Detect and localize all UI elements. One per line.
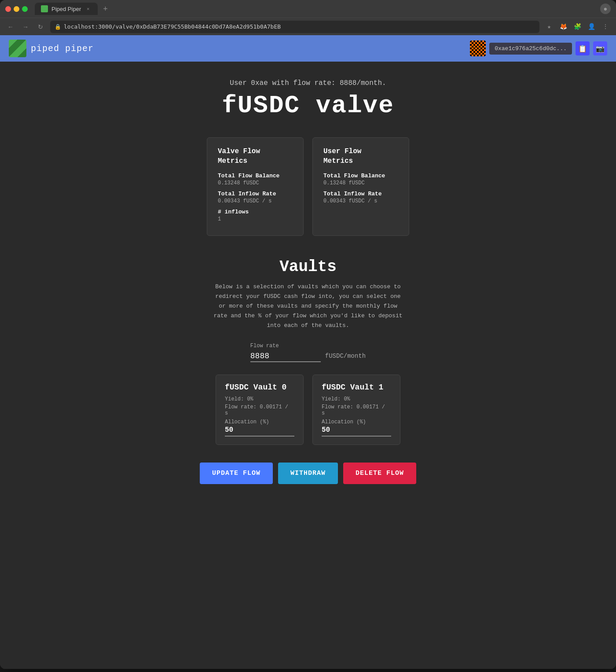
flow-rate-group: Flow rate fUSDC/month	[250, 343, 366, 362]
puzzle-icon[interactable]: 🧩	[572, 22, 583, 32]
vault-0-flow-rate: Flow rate: 0.00171 / s	[225, 404, 294, 416]
url-text: localhost:3000/valve/0xDdaB73E79C55Bb048…	[64, 23, 281, 30]
flow-rate-input-group: Flow rate	[250, 343, 321, 362]
toolbar-icons: ★ 🦊 🧩 👤 ⋮	[544, 22, 611, 32]
valve-total-flow-balance-value: 0.13248 fUSDC	[218, 180, 293, 186]
action-buttons: UPDATE FLOW WITHDRAW DELETE FLOW	[200, 463, 416, 484]
forward-button[interactable]: →	[20, 22, 31, 32]
valve-total-flow-balance-label: Total Flow Balance	[218, 173, 293, 179]
logo-icon	[9, 40, 26, 57]
valve-num-inflows-value: 1	[218, 216, 293, 222]
refresh-button[interactable]: ↻	[35, 22, 46, 32]
vault-1-yield: Yield: 0%	[322, 396, 391, 402]
user-total-inflow-rate-label: Total Inflow Rate	[323, 191, 398, 197]
vault-1-title: fUSDC Vault 1	[322, 383, 391, 392]
user-total-flow-balance-value: 0.13248 fUSDC	[323, 180, 398, 186]
profile-icon[interactable]: 👤	[586, 22, 597, 32]
new-tab-button[interactable]: +	[103, 4, 108, 14]
browser-tab[interactable]: Piped Piper ×	[35, 3, 98, 15]
app-logo: piped piper	[9, 40, 94, 57]
browser-titlebar: Piped Piper × + ⊗	[0, 0, 616, 18]
app-header: piped piper 0xae1c976a25c6d0dc... 📋 📷	[0, 35, 616, 62]
traffic-lights	[5, 6, 28, 12]
vault-0-yield: Yield: 0%	[225, 396, 294, 402]
browser-toolbar: ← → ↻ 🔒 localhost:3000/valve/0xDdaB73E79…	[0, 18, 616, 35]
vault-0-alloc-label: Allocation (%)	[225, 419, 294, 425]
minimize-traffic-light[interactable]	[14, 6, 19, 12]
lock-icon: 🔒	[55, 24, 61, 30]
valve-num-inflows-label: # inflows	[218, 209, 293, 215]
tab-close-button[interactable]: ×	[84, 5, 92, 12]
user-total-flow-balance-label: Total Flow Balance	[323, 173, 398, 179]
vault-0-alloc-value: 50	[225, 426, 294, 434]
valve-metrics-title: Valve FlowMetrics	[218, 147, 293, 166]
user-total-inflow-rate-value: 0.00343 fUSDC / s	[323, 198, 398, 204]
main-content: User 0xae with flow rate: 8888/month. fU…	[0, 62, 616, 669]
address-bar[interactable]: 🔒 localhost:3000/valve/0xDdaB73E79C55Bb0…	[50, 21, 539, 33]
vault-card-1: fUSDC Vault 1 Yield: 0% Flow rate: 0.001…	[312, 375, 400, 445]
vaults-section-desc: Below is a selection of vaults which you…	[211, 282, 405, 330]
tab-label: Piped Piper	[51, 6, 81, 12]
page-title: fUSDC valve	[222, 92, 394, 120]
page-subtitle: User 0xae with flow rate: 8888/month.	[230, 79, 386, 87]
maximize-traffic-light[interactable]	[22, 6, 28, 12]
menu-icon[interactable]: ⋮	[600, 22, 611, 32]
vault-1-alloc-value: 50	[322, 426, 391, 434]
wallet-avatar	[470, 40, 486, 56]
metrics-row: Valve FlowMetrics Total Flow Balance 0.1…	[207, 137, 409, 236]
browser-end-button[interactable]: ⊗	[600, 4, 611, 14]
flow-rate-input[interactable]	[250, 351, 321, 362]
withdraw-button[interactable]: WITHDRAW	[278, 463, 338, 484]
bookmark-icon[interactable]: ★	[544, 22, 554, 32]
valve-total-inflow-rate-value: 0.00343 fUSDC / s	[218, 198, 293, 204]
vault-0-alloc-underline	[225, 436, 294, 437]
valve-metrics-card: Valve FlowMetrics Total Flow Balance 0.1…	[207, 137, 304, 236]
app-name: piped piper	[31, 44, 94, 54]
delete-flow-button[interactable]: DELETE FLOW	[343, 463, 416, 484]
vault-card-0: fUSDC Vault 0 Yield: 0% Flow rate: 0.001…	[216, 375, 304, 445]
qr-wallet-button[interactable]: 📷	[593, 41, 607, 55]
header-right: 0xae1c976a25c6d0dc... 📋 📷	[470, 40, 607, 56]
vaults-row: fUSDC Vault 0 Yield: 0% Flow rate: 0.001…	[216, 375, 400, 445]
copy-wallet-button[interactable]: 📋	[576, 41, 590, 55]
browser-window: Piped Piper × + ⊗ ← → ↻ 🔒 localhost:3000…	[0, 0, 616, 669]
tab-favicon	[41, 5, 48, 12]
fox-icon[interactable]: 🦊	[558, 22, 568, 32]
vault-0-title: fUSDC Vault 0	[225, 383, 294, 392]
vault-1-alloc-underline	[322, 436, 391, 437]
camera-icon: 📷	[596, 44, 605, 53]
vault-1-alloc-label: Allocation (%)	[322, 419, 391, 425]
flow-rate-unit: fUSDC/month	[325, 353, 366, 362]
vaults-section-title: Vaults	[279, 258, 337, 276]
valve-total-inflow-rate-label: Total Inflow Rate	[218, 191, 293, 197]
wallet-address-text: 0xae1c976a25c6d0dc...	[495, 45, 567, 52]
flow-rate-label: Flow rate	[250, 343, 321, 349]
user-metrics-card: User FlowMetrics Total Flow Balance 0.13…	[312, 137, 409, 236]
wallet-address-button[interactable]: 0xae1c976a25c6d0dc...	[489, 43, 572, 55]
copy-icon: 📋	[578, 44, 587, 53]
close-traffic-light[interactable]	[5, 6, 11, 12]
update-flow-button[interactable]: UPDATE FLOW	[200, 463, 273, 484]
user-metrics-title: User FlowMetrics	[323, 147, 398, 166]
back-button[interactable]: ←	[5, 22, 16, 32]
vault-1-flow-rate: Flow rate: 0.00171 / s	[322, 404, 391, 416]
